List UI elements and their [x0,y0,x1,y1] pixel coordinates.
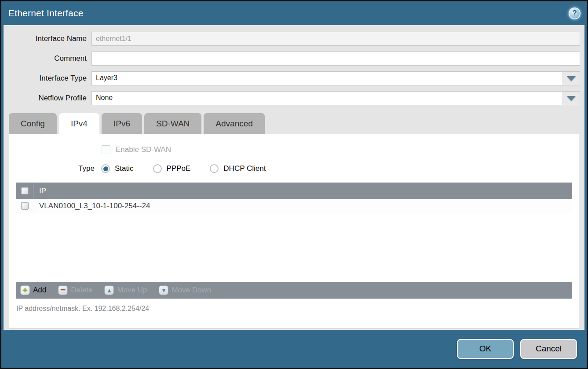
dialog-footer: OK Cancel [1,330,587,368]
netflow-profile-value[interactable]: None [91,91,580,105]
type-label: Type [9,164,95,173]
table-row[interactable]: VLAN0100_L3_10-1-100-254--24 [16,199,572,213]
chevron-down-icon [567,76,576,81]
delete-button-label: Delete [71,286,92,295]
add-button[interactable]: + Add [20,285,46,295]
form-row-interface-type: Interface Type Layer3 [4,71,580,85]
interface-type-value[interactable]: Layer3 [91,71,580,85]
radio-option-static[interactable]: Static [101,164,134,173]
form-row-comment: Comment [4,52,580,66]
interface-name-label: Interface Name [4,34,91,43]
ip-format-hint: IP address/netmask. Ex. 192.168.2.254/24 [16,305,579,313]
interface-type-dropdown-button[interactable] [562,71,580,85]
add-button-label: Add [33,286,46,295]
ipv4-tab-panel: Enable SD-WAN Type Static PPPoE DHCP Cli… [9,134,579,328]
arrow-up-icon: ▲ [104,285,114,295]
radio-option-pppoe[interactable]: PPPoE [153,164,191,173]
tab-bar: Config IPv4 IPv6 SD-WAN Advanced [9,113,584,134]
tab-config[interactable]: Config [9,113,57,134]
select-all-checkbox[interactable] [21,187,29,195]
move-down-button[interactable]: ▼ Move Down [159,285,211,295]
radio-pppoe[interactable] [153,164,162,173]
netflow-profile-dropdown-button[interactable] [562,91,580,105]
title-bar: Ethernet Interface ? [1,1,587,25]
arrow-down-icon: ▼ [159,285,168,295]
move-up-button-label: Move Up [117,286,147,295]
ok-button[interactable]: OK [457,339,514,359]
enable-sdwan-row: Enable SD-WAN [102,145,579,154]
move-up-button[interactable]: ▲ Move Up [104,285,147,295]
radio-dhcp-client[interactable] [210,164,219,173]
radio-option-dhcp-client[interactable]: DHCP Client [210,164,266,173]
ip-cell-value: VLAN0100_L3_10-1-100-254--24 [39,202,150,210]
form-row-netflow-profile: Netflow Profile None [4,91,580,105]
radio-selected-dot [103,166,108,171]
netflow-profile-label: Netflow Profile [4,94,91,103]
dialog-body: Interface Name Comment Interface Type La… [4,25,584,330]
enable-sdwan-checkbox[interactable] [102,145,110,154]
interface-type-dropdown[interactable]: Layer3 [91,71,580,85]
type-row: Type Static PPPoE DHCP Client [9,164,579,173]
enable-sdwan-label: Enable SD-WAN [116,145,171,154]
interface-type-label: Interface Type [4,74,91,83]
minus-icon: − [58,285,68,295]
ip-table-header: IP [16,183,572,199]
question-mark-glyph: ? [572,9,577,18]
ip-table: IP VLAN0100_L3_10-1-100-254--24 + Add [16,182,572,299]
form-row-interface-name: Interface Name [4,32,580,46]
delete-button[interactable]: − Delete [58,285,92,295]
chevron-down-icon [567,96,576,101]
plus-icon: + [20,285,30,295]
ip-column-header: IP [39,187,46,196]
radio-static-label: Static [115,164,134,173]
comment-field[interactable] [91,52,580,66]
comment-label: Comment [4,54,91,63]
radio-dhcp-client-label: DHCP Client [223,164,266,173]
radio-pppoe-label: PPPoE [167,164,191,173]
table-toolbar: + Add − Delete ▲ Move Up ▼ Move Down [16,282,572,299]
netflow-profile-dropdown[interactable]: None [91,91,580,105]
help-icon[interactable]: ? [569,7,581,19]
ethernet-interface-dialog: Ethernet Interface ? Interface Name Comm… [0,0,588,369]
interface-name-field [91,32,580,46]
table-empty-area [16,213,572,282]
radio-static[interactable] [101,164,110,173]
dialog-title: Ethernet Interface [8,8,84,18]
tab-advanced[interactable]: Advanced [204,113,265,134]
row-checkbox[interactable] [21,202,29,210]
tab-ipv6[interactable]: IPv6 [102,113,142,134]
move-down-button-label: Move Down [172,286,211,295]
tab-sdwan[interactable]: SD-WAN [144,113,201,134]
cancel-button[interactable]: Cancel [520,339,577,359]
tab-ipv4[interactable]: IPv4 [59,113,99,134]
